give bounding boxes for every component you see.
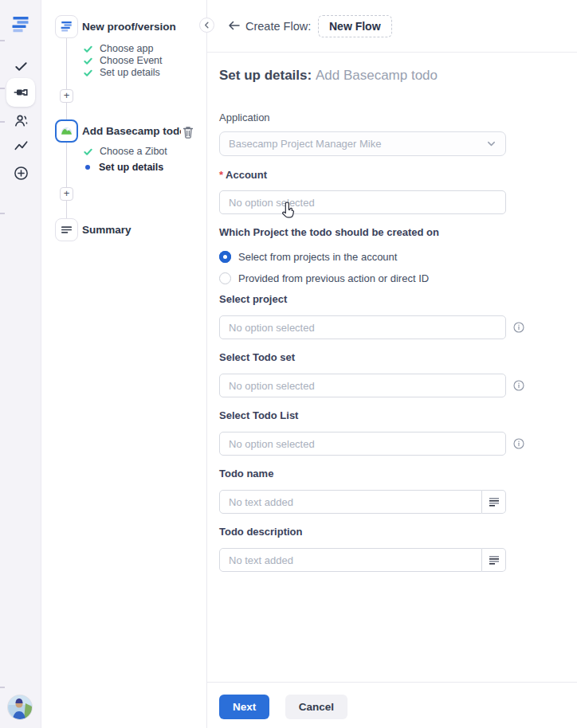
todo-name-label: Todo name	[219, 468, 554, 479]
plug-icon[interactable]	[6, 78, 35, 107]
main-content: Create Flow: New Flow Set up details: Ad…	[207, 0, 577, 728]
substep-label: Choose Event	[100, 55, 163, 66]
placeholder: No option selected	[229, 438, 315, 450]
summary-step-icon[interactable]	[55, 218, 78, 241]
substep-label: Choose app	[100, 43, 153, 54]
radio-unselected-icon	[219, 272, 231, 284]
chart-icon[interactable]	[13, 138, 29, 154]
check-icon	[84, 57, 92, 65]
rail-divider	[0, 88, 5, 89]
select-todo-list-field[interactable]: No option selected	[219, 432, 506, 456]
substep-label: Set up details	[100, 67, 160, 78]
trash-icon[interactable]	[183, 126, 194, 139]
application-value: Basecamp Project Manager Mike	[229, 138, 486, 150]
page-title: Set up details: Add Basecamp todo	[219, 68, 438, 84]
radio-select-from-projects[interactable]: Select from projects in the account	[219, 250, 554, 264]
substep-setup-details-active[interactable]: Set up details	[84, 162, 163, 173]
step-title[interactable]: Summary	[82, 224, 131, 236]
next-button[interactable]: Next	[219, 695, 269, 719]
required-asterisk: *	[219, 169, 223, 181]
step-title[interactable]: New proof/version	[82, 21, 176, 33]
check-icon[interactable]	[13, 58, 29, 74]
account-placeholder: No option selected	[229, 197, 315, 209]
substep-choose-zibot[interactable]: Choose a Zibot	[84, 146, 167, 157]
cancel-button[interactable]: Cancel	[285, 695, 347, 719]
check-icon	[84, 45, 92, 53]
text-editor-button[interactable]	[482, 548, 506, 572]
rail-divider	[0, 687, 5, 688]
info-icon[interactable]	[513, 380, 524, 391]
todo-description-input[interactable]	[219, 548, 482, 572]
application-label: Application	[219, 112, 554, 123]
select-todo-set-field[interactable]: No option selected	[219, 374, 506, 397]
select-project-label: Select project	[219, 293, 554, 305]
rail-divider	[0, 121, 5, 123]
create-flow-label: Create Flow:	[245, 20, 311, 33]
substep-setup-details[interactable]: Set up details	[84, 67, 160, 78]
proof-app-icon	[60, 20, 73, 33]
info-icon[interactable]	[513, 322, 524, 333]
rail-divider	[0, 213, 5, 214]
plus-circle-icon[interactable]	[13, 165, 29, 181]
flow-name-field[interactable]: New Flow	[318, 15, 392, 37]
text-lines-icon	[489, 555, 500, 565]
collapse-panel-button[interactable]	[199, 18, 214, 33]
chevron-left-icon	[203, 22, 210, 29]
trigger-step-icon[interactable]	[55, 15, 78, 38]
check-icon	[84, 68, 92, 77]
rail-divider	[0, 40, 5, 41]
project-source-label: Which Project the todo should be created…	[219, 226, 554, 238]
page-title-step: Add Basecamp todo	[316, 68, 438, 83]
back-arrow-icon[interactable]	[228, 19, 241, 32]
user-icon[interactable]	[13, 112, 29, 128]
add-step-button[interactable]: +	[60, 89, 73, 103]
action-step-icon[interactable]	[55, 119, 78, 143]
active-dot-icon	[85, 165, 90, 170]
add-step-button[interactable]: +	[60, 187, 73, 201]
form-footer: Next Cancel	[207, 682, 577, 728]
chevron-down-icon	[486, 139, 497, 149]
setup-form: Application Basecamp Project Manager Mik…	[219, 105, 554, 584]
radio-selected-icon	[219, 251, 231, 263]
main-header: Create Flow: New Flow	[207, 0, 577, 53]
select-todo-list-label: Select Todo List	[219, 409, 554, 421]
placeholder: No option selected	[229, 380, 315, 392]
substep-choose-app[interactable]: Choose app	[84, 43, 153, 54]
check-icon	[84, 147, 92, 156]
select-todo-set-label: Select Todo set	[219, 351, 554, 363]
account-select[interactable]: No option selected	[219, 190, 506, 214]
todo-description-label: Todo description	[219, 526, 554, 538]
radio-label: Select from projects in the account	[238, 251, 397, 263]
user-avatar[interactable]	[8, 695, 32, 719]
substep-label: Choose a Zibot	[100, 146, 167, 157]
basecamp-icon	[60, 124, 73, 138]
placeholder: No option selected	[229, 322, 315, 334]
todo-name-input[interactable]	[219, 490, 482, 514]
app-rail	[0, 0, 41, 728]
select-project-field[interactable]: No option selected	[219, 315, 506, 339]
info-icon[interactable]	[513, 438, 524, 449]
radio-provided-from-previous[interactable]: Provided from previous action or direct …	[219, 272, 554, 285]
radio-label: Provided from previous action or direct …	[238, 272, 429, 284]
application-select[interactable]: Basecamp Project Manager Mike	[219, 131, 506, 156]
text-lines-icon	[489, 497, 500, 507]
text-editor-button[interactable]	[482, 490, 506, 514]
substep-label: Set up details	[99, 162, 163, 173]
substep-choose-event[interactable]: Choose Event	[84, 55, 163, 66]
app-logo-icon[interactable]	[10, 14, 31, 35]
page-title-prefix: Set up details:	[219, 68, 316, 83]
flow-steps-panel: New proof/version Choose app Choose Even…	[41, 0, 207, 728]
account-label: *Account	[219, 169, 554, 181]
step-title[interactable]: Add Basecamp todo	[82, 125, 181, 137]
summary-lines-icon	[60, 223, 73, 237]
